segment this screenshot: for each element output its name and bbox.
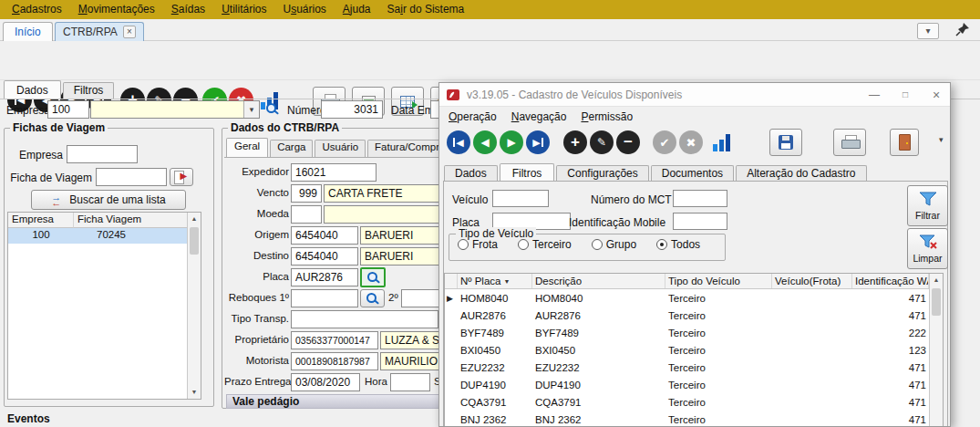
modal-menu-permissao[interactable]: Permissão: [573, 108, 640, 127]
modal-first-record-button[interactable]: ◀: [447, 130, 470, 154]
toolbar-overflow-icon[interactable]: ▾: [939, 135, 944, 144]
empresa-combo[interactable]: ▾: [90, 100, 260, 119]
identificacao-mobile-input[interactable]: [673, 213, 727, 230]
fichas-grid-scrollbar[interactable]: ▲ ▼: [187, 213, 201, 399]
radio-grupo[interactable]: Grupo: [592, 238, 636, 251]
table-row[interactable]: ▶HOM8040HOM8040Terceiro471: [445, 289, 943, 307]
reboque-search-button[interactable]: [360, 289, 385, 307]
modal-confirm-button[interactable]: ✔: [653, 130, 676, 154]
table-row[interactable]: BNJ 2362BNJ 2362Terceiro471: [445, 411, 943, 427]
motorista-code-input[interactable]: [291, 352, 378, 370]
placa-input[interactable]: [291, 268, 358, 286]
radio-frota[interactable]: Frota: [458, 238, 498, 251]
modal-print-button[interactable]: [833, 129, 866, 156]
search-empresa-icon[interactable]: [265, 102, 279, 116]
table-row[interactable]: EZU2232EZU2232Terceiro471: [445, 359, 943, 376]
modal-last-record-button[interactable]: ▶: [526, 130, 550, 154]
modal-titlebar[interactable]: v3.19.05 - Cadastro de Veículos Disponív…: [439, 83, 950, 107]
tab-ctrb-rpa[interactable]: CTRB/RPA ×: [55, 22, 144, 41]
numero-input[interactable]: [321, 100, 383, 119]
veiculos-grid-scrollbar[interactable]: ▲: [929, 274, 943, 427]
menu-cadastros[interactable]: Cadastros: [4, 0, 70, 19]
column-header-veiculo-frota[interactable]: Veículo(Frota): [772, 274, 852, 288]
expedidor-input[interactable]: [291, 163, 377, 182]
main-tab-filtros[interactable]: Filtros: [63, 82, 115, 99]
menu-utilitarios[interactable]: Utilitários: [213, 0, 274, 19]
modal-chart-button[interactable]: [713, 133, 730, 151]
tab-list-dropdown-icon[interactable]: ▾: [917, 23, 939, 39]
numero-mct-input[interactable]: [673, 190, 727, 207]
modal-save-button[interactable]: [769, 129, 802, 156]
modal-delete-button[interactable]: −: [616, 130, 640, 154]
modal-menu-operacao[interactable]: Operação: [441, 108, 504, 127]
menu-ajuda[interactable]: Ajuda: [335, 0, 379, 19]
table-row[interactable]: 10070245: [8, 228, 201, 244]
maximize-icon[interactable]: □: [890, 83, 921, 107]
column-header-tipo-do-veiculo[interactable]: Tipo do Veículo: [665, 274, 772, 288]
prazo-entrega-input[interactable]: [291, 373, 360, 391]
prev-icon: ◀: [480, 136, 489, 149]
column-header-identificacao-wap[interactable]: Identificação WAP: [852, 274, 929, 288]
ctrb-tab-usuario[interactable]: Usuário: [315, 140, 366, 157]
scroll-up-icon[interactable]: ▲: [188, 213, 201, 225]
menu-usuarios[interactable]: Usuários: [274, 0, 334, 19]
vencto-code-input[interactable]: [291, 184, 322, 203]
modal-add-button[interactable]: +: [563, 130, 587, 154]
column-header-n-placa[interactable]: Nº Placa▼: [458, 274, 532, 288]
column-header-empresa[interactable]: Empresa: [8, 213, 74, 228]
column-header-descricao[interactable]: Descrição: [532, 274, 665, 288]
table-row[interactable]: BXI0450BXI0450Terceiro123: [445, 341, 943, 359]
tab-inicio[interactable]: Início: [3, 22, 53, 41]
placa-search-button[interactable]: [360, 267, 386, 287]
ctrb-tab-geral[interactable]: Geral: [226, 138, 268, 157]
scrollbar-thumb[interactable]: [190, 227, 199, 255]
destino-code-input[interactable]: [291, 247, 358, 266]
radio-terceiro[interactable]: Terceiro: [518, 238, 572, 251]
modal-cancel-button[interactable]: ✖: [679, 130, 703, 154]
menu-saidas[interactable]: Saídas: [163, 0, 213, 19]
fichas-empresa-input[interactable]: [67, 145, 138, 163]
modal-menu-navegacao[interactable]: Navegação: [504, 108, 574, 127]
close-tab-icon[interactable]: ×: [123, 26, 136, 38]
cell: Terceiro: [665, 327, 772, 339]
table-row[interactable]: AUR2876AUR2876Terceiro471: [445, 307, 943, 324]
minimize-icon[interactable]: —: [859, 83, 890, 107]
table-row[interactable]: DUP4190DUP4190Terceiro471: [445, 376, 943, 393]
menu-movimentacoes[interactable]: Movimentações: [70, 0, 163, 19]
column-header-ficha-viagem[interactable]: Ficha Viagem: [74, 213, 201, 228]
empresa-input[interactable]: [47, 100, 89, 119]
proprietario-code-input[interactable]: [291, 331, 378, 349]
table-row[interactable]: CQA3791CQA3791Terceiro471: [445, 393, 943, 411]
scroll-down-icon[interactable]: ▼: [188, 386, 201, 399]
ficha-de-viagem-input[interactable]: [96, 168, 167, 186]
limpar-button[interactable]: Limpar: [907, 228, 948, 269]
origem-code-input[interactable]: [291, 226, 358, 245]
modal-edit-button[interactable]: ✎: [590, 130, 614, 154]
veiculo-input[interactable]: [492, 190, 549, 207]
close-icon[interactable]: ×: [921, 83, 951, 107]
menu-sair-do-sistema[interactable]: Sair do Sistema: [379, 0, 473, 19]
radio-todos[interactable]: Todos: [656, 238, 700, 251]
tab-ctrb-rpa-label: CTRB/RPA: [63, 23, 118, 41]
ctrb-tab-carga[interactable]: Carga: [270, 140, 313, 157]
modal-previous-record-button[interactable]: ◀: [473, 130, 497, 154]
pin-icon[interactable]: [955, 22, 972, 38]
modal-next-record-button[interactable]: ▶: [500, 130, 523, 154]
minus-icon: −: [624, 133, 633, 151]
tipo-transp-input[interactable]: [291, 310, 438, 328]
scroll-up-icon[interactable]: ▲: [930, 274, 943, 286]
tab-inicio-label: Início: [15, 26, 41, 38]
cell: CQA3791: [458, 396, 532, 409]
modal-tab-filtros[interactable]: Filtros: [500, 163, 555, 182]
ficha-go-button[interactable]: ▶: [170, 168, 193, 186]
reboque1-input[interactable]: [291, 289, 358, 307]
scrollbar-thumb[interactable]: [932, 288, 941, 316]
modal-exit-button[interactable]: [890, 129, 919, 156]
hora-input[interactable]: [390, 373, 430, 391]
chevron-down-icon[interactable]: ▾: [243, 101, 259, 118]
table-row[interactable]: BYF7489BYF7489Terceiro222: [445, 324, 943, 341]
moeda-code-input[interactable]: [291, 205, 322, 224]
buscar-de-uma-lista-button[interactable]: →← Buscar de uma lista: [31, 190, 186, 210]
main-tab-dados[interactable]: Dados: [4, 80, 61, 99]
filtrar-button[interactable]: Filtrar: [907, 185, 948, 226]
